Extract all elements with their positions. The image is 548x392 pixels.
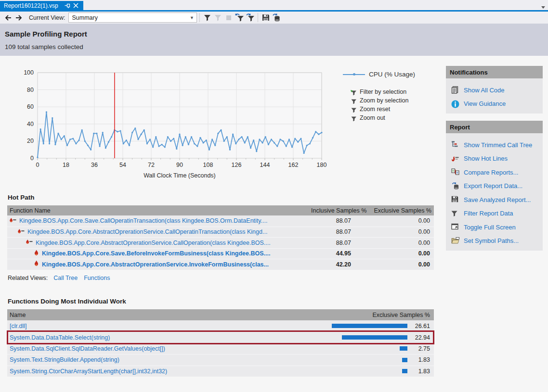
exclusive-samples-bar-cell — [294, 320, 407, 331]
hot-path-title: Hot Path — [8, 194, 35, 201]
samples-collected-text: 109 total samples collected — [5, 43, 83, 51]
exclusive-samples-bar — [342, 335, 407, 340]
svg-text:90: 90 — [176, 162, 183, 168]
column-header-name[interactable]: Name — [7, 312, 294, 318]
hot-path-row: Kingdee.BOS.App.Core.AbstractOprerationS… — [7, 227, 434, 238]
set-symbol-paths-item[interactable]: Set Symbol Paths... — [446, 234, 543, 248]
function-name-link[interactable]: Kingdee.BOS.App.Core.AbstractOprerationS… — [42, 261, 269, 268]
save-analyzed-report-item[interactable]: Save Analyzed Report... — [446, 193, 543, 207]
column-header-function-name[interactable]: Function Name — [7, 207, 311, 214]
svg-text:0: 0 — [36, 162, 39, 168]
tab-list-chevron-icon[interactable] — [540, 3, 546, 8]
filter-button[interactable] — [202, 13, 213, 23]
export-report-data-item[interactable]: Export Report Data... — [446, 179, 543, 193]
compare-reports-icon — [451, 168, 459, 176]
back-arrow-button[interactable] — [3, 13, 13, 23]
close-icon[interactable] — [72, 2, 79, 9]
show-hot-lines-item[interactable]: Show Hot Lines — [446, 152, 543, 166]
exclusive-samples-value: 1.83 — [407, 368, 434, 375]
function-name-link[interactable]: System.String.CtorCharArrayStartLength(c… — [10, 368, 167, 375]
svg-text:0: 0 — [30, 155, 34, 162]
report-header-band: Sample Profiling Report 109 total sample… — [0, 24, 548, 56]
legend-line-marker — [343, 74, 365, 75]
function-name-link[interactable]: Kingdee.BOS.App.Core.AbstractOprerationS… — [27, 228, 267, 235]
svg-text:18: 18 — [63, 162, 69, 168]
forward-arrow-button[interactable] — [13, 13, 24, 23]
zoom-by-selection-icon — [351, 98, 357, 103]
svg-text:80: 80 — [27, 87, 34, 93]
filter-by-selection-command[interactable]: Filter by selection — [351, 88, 408, 96]
inclusive-samples-value: 88.07 — [311, 228, 354, 235]
column-header-inclusive-samples[interactable]: Inclusive Samples % — [311, 207, 354, 214]
function-name-link[interactable]: System.Text.StringBuilder.Append(string) — [10, 356, 119, 363]
view-guidance-item[interactable]: View Guidance — [446, 97, 543, 111]
functions-table-row: System.String.CtorCharArrayStartLength(c… — [7, 366, 434, 377]
pin-icon[interactable] — [64, 2, 71, 9]
export-data-button[interactable] — [271, 13, 282, 23]
function-name-link[interactable]: Kingdee.BOS.App.Core.AbstractOprerationS… — [36, 240, 271, 246]
svg-text:60: 60 — [27, 103, 34, 110]
exclusive-samples-bar-cell — [294, 343, 407, 354]
fullscreen-icon — [451, 223, 459, 231]
exclusive-samples-bar — [332, 324, 408, 328]
hot-lines-icon — [451, 155, 459, 163]
inclusive-samples-value: 88.07 — [311, 240, 354, 246]
document-tab[interactable]: Report160122(1).vsp — [0, 1, 83, 10]
y-axis-tick-labels: 020406080100 — [24, 69, 34, 162]
show-trimmed-call-tree-item[interactable]: Show Trimmed Call Tree — [446, 138, 543, 152]
hot-path-branch-icon — [17, 228, 25, 236]
functions-most-work-title: Functions Doing Most Individual Work — [8, 298, 126, 305]
column-header-exclusive-samples[interactable]: Exclusive Samples % — [354, 207, 434, 214]
zoom-by-selection-command[interactable]: Zoom by selection — [351, 96, 408, 105]
export-filter-button[interactable] — [245, 13, 255, 23]
hot-path-table-header: Function Name Inclusive Samples % Exclus… — [7, 205, 434, 215]
filter-icon — [451, 210, 459, 217]
hot-path-row: Kingdee.BOS.App.Core.AbstractOprerationS… — [7, 237, 434, 248]
svg-text:100: 100 — [24, 69, 34, 76]
zoom-reset-command[interactable]: Zoom reset — [351, 105, 408, 114]
functions-link[interactable]: Functions — [84, 275, 110, 281]
exclusive-samples-bar — [402, 369, 407, 373]
hot-path-row: Kingdee.BOS.App.Core.Save.CallOperatinTr… — [7, 215, 434, 227]
cpu-usage-chart[interactable]: 02040608010001836547290108126144162180Wa… — [0, 67, 337, 192]
functions-table-row: System.Data.DataTable.Select(string)22.9… — [7, 331, 434, 342]
hot-path-row: Kingdee.BOS.App.Core.AbstractOprerationS… — [7, 259, 434, 270]
inclusive-samples-value: 42.20 — [311, 261, 354, 268]
svg-text:144: 144 — [260, 162, 270, 168]
toggle-full-screen-item[interactable]: Toggle Full Screen — [446, 220, 543, 234]
filter-by-selection-icon — [351, 89, 357, 95]
current-view-dropdown[interactable]: Summary ▼ — [68, 13, 197, 23]
exclusive-samples-value: 0.00 — [354, 250, 434, 257]
dropdown-chevron-icon: ▼ — [188, 15, 196, 20]
tab-strip: Report160122(1).vsp — [0, 0, 548, 10]
exclusive-samples-bar-cell — [294, 354, 407, 365]
exclusive-samples-value: 1.83 — [407, 356, 434, 363]
panel-body: Show Trimmed Call TreeShow Hot LinesComp… — [446, 133, 543, 251]
svg-text:72: 72 — [148, 162, 155, 168]
function-name-link[interactable]: System.Data.DataTable.Select(string) — [10, 334, 110, 341]
info-icon — [451, 100, 459, 108]
toolbar-separator — [199, 13, 200, 22]
column-header-exclusive-samples-2[interactable]: Exclusive Samples % — [345, 312, 434, 318]
compare-reports-item[interactable]: Compare Reports... — [446, 165, 543, 179]
function-name-link[interactable]: Kingdee.BOS.App.Core.Save.CallOperatinTr… — [19, 217, 268, 224]
report-content: 02040608010001836547290108126144162180Wa… — [0, 56, 548, 392]
zoom-out-icon — [351, 115, 357, 121]
svg-text:40: 40 — [27, 121, 34, 127]
svg-text:20: 20 — [27, 138, 34, 144]
save-report-button[interactable] — [261, 13, 271, 23]
page-title: Sample Profiling Report — [5, 30, 87, 38]
show-all-code-item[interactable]: Show All Code — [446, 83, 543, 97]
function-name-link[interactable]: Kingdee.BOS.App.Core.Save.BeforeInvokeFo… — [42, 250, 270, 257]
import-filter-button[interactable] — [234, 13, 245, 23]
filter-disabled-button — [213, 13, 223, 23]
filter-report-data-item[interactable]: Filter Report Data — [446, 207, 543, 221]
zoom-out-command[interactable]: Zoom out — [351, 114, 408, 122]
function-name-link[interactable]: [clr.dll] — [10, 323, 26, 329]
hot-path-row: Kingdee.BOS.App.Core.Save.BeforeInvokeFo… — [7, 248, 434, 259]
function-name-link[interactable]: System.Data.SqlClient.SqlDataReader.GetV… — [10, 345, 165, 352]
panel-notifications: NotificationsShow All CodeView Guidance — [446, 66, 543, 114]
call-tree-link[interactable]: Call Tree — [53, 275, 78, 281]
exclusive-samples-bar — [400, 346, 407, 351]
x-axis-tick-marks — [38, 158, 322, 160]
